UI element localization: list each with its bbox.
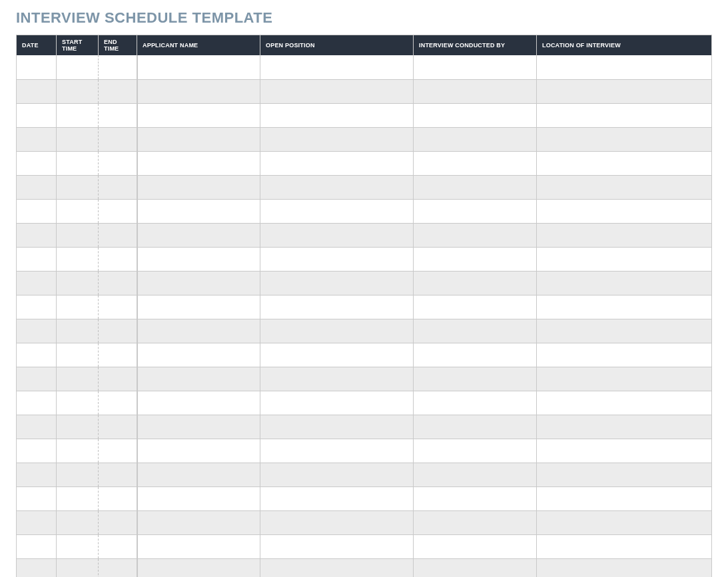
cell-conducted-by[interactable]	[414, 79, 537, 103]
cell-position[interactable]	[260, 510, 414, 534]
cell-applicant[interactable]	[137, 55, 260, 79]
cell-date[interactable]	[17, 79, 57, 103]
cell-conducted-by[interactable]	[414, 175, 537, 199]
cell-date[interactable]	[17, 510, 57, 534]
cell-position[interactable]	[260, 199, 414, 223]
cell-end-time[interactable]	[99, 199, 137, 223]
cell-conducted-by[interactable]	[414, 223, 537, 247]
cell-end-time[interactable]	[99, 247, 137, 271]
cell-applicant[interactable]	[137, 223, 260, 247]
cell-end-time[interactable]	[99, 486, 137, 510]
cell-position[interactable]	[260, 558, 414, 577]
cell-start-time[interactable]	[57, 223, 99, 247]
cell-location[interactable]	[537, 534, 712, 558]
cell-conducted-by[interactable]	[414, 55, 537, 79]
cell-conducted-by[interactable]	[414, 463, 537, 486]
cell-date[interactable]	[17, 367, 57, 391]
cell-conducted-by[interactable]	[414, 247, 537, 271]
cell-applicant[interactable]	[137, 151, 260, 175]
cell-date[interactable]	[17, 415, 57, 439]
cell-applicant[interactable]	[137, 295, 260, 319]
cell-location[interactable]	[537, 247, 712, 271]
cell-location[interactable]	[537, 151, 712, 175]
cell-start-time[interactable]	[57, 127, 99, 151]
cell-position[interactable]	[260, 534, 414, 558]
cell-position[interactable]	[260, 247, 414, 271]
cell-date[interactable]	[17, 295, 57, 319]
cell-location[interactable]	[537, 127, 712, 151]
cell-start-time[interactable]	[57, 55, 99, 79]
cell-end-time[interactable]	[99, 151, 137, 175]
cell-date[interactable]	[17, 127, 57, 151]
cell-applicant[interactable]	[137, 415, 260, 439]
cell-location[interactable]	[537, 391, 712, 415]
cell-position[interactable]	[260, 343, 414, 367]
cell-start-time[interactable]	[57, 486, 99, 510]
cell-position[interactable]	[260, 415, 414, 439]
cell-location[interactable]	[537, 223, 712, 247]
cell-end-time[interactable]	[99, 223, 137, 247]
cell-location[interactable]	[537, 199, 712, 223]
cell-location[interactable]	[537, 55, 712, 79]
cell-conducted-by[interactable]	[414, 271, 537, 295]
cell-start-time[interactable]	[57, 319, 99, 343]
cell-start-time[interactable]	[57, 271, 99, 295]
cell-location[interactable]	[537, 79, 712, 103]
cell-conducted-by[interactable]	[414, 439, 537, 463]
cell-end-time[interactable]	[99, 319, 137, 343]
cell-conducted-by[interactable]	[414, 127, 537, 151]
cell-position[interactable]	[260, 223, 414, 247]
cell-date[interactable]	[17, 319, 57, 343]
cell-position[interactable]	[260, 463, 414, 486]
cell-conducted-by[interactable]	[414, 534, 537, 558]
cell-start-time[interactable]	[57, 415, 99, 439]
cell-start-time[interactable]	[57, 79, 99, 103]
cell-applicant[interactable]	[137, 558, 260, 577]
cell-location[interactable]	[537, 175, 712, 199]
cell-position[interactable]	[260, 367, 414, 391]
cell-start-time[interactable]	[57, 175, 99, 199]
cell-date[interactable]	[17, 271, 57, 295]
cell-applicant[interactable]	[137, 343, 260, 367]
cell-location[interactable]	[537, 510, 712, 534]
cell-start-time[interactable]	[57, 247, 99, 271]
cell-conducted-by[interactable]	[414, 295, 537, 319]
cell-location[interactable]	[537, 367, 712, 391]
cell-applicant[interactable]	[137, 271, 260, 295]
cell-position[interactable]	[260, 439, 414, 463]
cell-conducted-by[interactable]	[414, 367, 537, 391]
cell-position[interactable]	[260, 271, 414, 295]
cell-start-time[interactable]	[57, 463, 99, 486]
cell-end-time[interactable]	[99, 463, 137, 486]
cell-start-time[interactable]	[57, 558, 99, 577]
cell-end-time[interactable]	[99, 55, 137, 79]
cell-start-time[interactable]	[57, 510, 99, 534]
cell-position[interactable]	[260, 127, 414, 151]
cell-date[interactable]	[17, 391, 57, 415]
cell-location[interactable]	[537, 439, 712, 463]
cell-position[interactable]	[260, 486, 414, 510]
cell-date[interactable]	[17, 151, 57, 175]
cell-end-time[interactable]	[99, 271, 137, 295]
cell-end-time[interactable]	[99, 558, 137, 577]
cell-start-time[interactable]	[57, 343, 99, 367]
cell-start-time[interactable]	[57, 151, 99, 175]
cell-date[interactable]	[17, 534, 57, 558]
cell-end-time[interactable]	[99, 79, 137, 103]
cell-end-time[interactable]	[99, 534, 137, 558]
cell-start-time[interactable]	[57, 103, 99, 127]
cell-date[interactable]	[17, 343, 57, 367]
cell-applicant[interactable]	[137, 319, 260, 343]
cell-end-time[interactable]	[99, 510, 137, 534]
cell-location[interactable]	[537, 103, 712, 127]
cell-end-time[interactable]	[99, 295, 137, 319]
cell-date[interactable]	[17, 439, 57, 463]
cell-position[interactable]	[260, 151, 414, 175]
cell-applicant[interactable]	[137, 367, 260, 391]
cell-applicant[interactable]	[137, 79, 260, 103]
cell-end-time[interactable]	[99, 127, 137, 151]
cell-start-time[interactable]	[57, 534, 99, 558]
cell-conducted-by[interactable]	[414, 199, 537, 223]
cell-applicant[interactable]	[137, 103, 260, 127]
cell-conducted-by[interactable]	[414, 486, 537, 510]
